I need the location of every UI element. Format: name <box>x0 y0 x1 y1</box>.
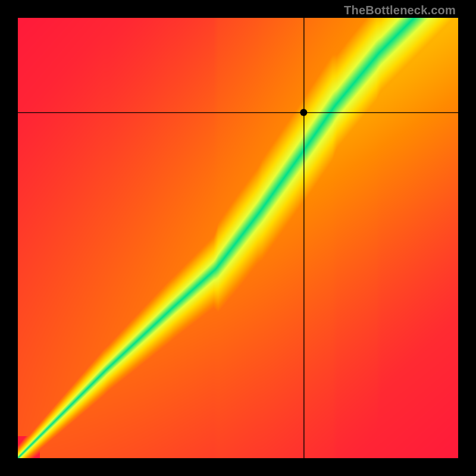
chart-container: TheBottleneck.com <box>0 0 476 476</box>
watermark-text: TheBottleneck.com <box>344 4 456 17</box>
heatmap-canvas <box>18 18 458 458</box>
